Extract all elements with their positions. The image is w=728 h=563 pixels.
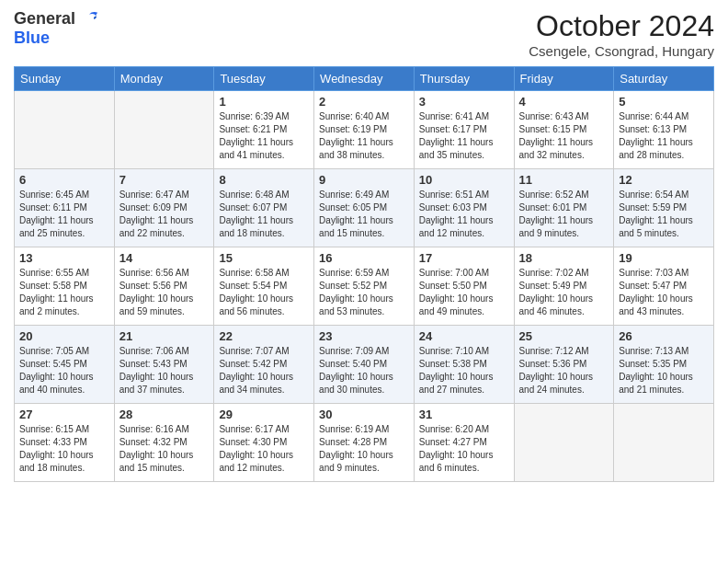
day-number: 24: [419, 329, 509, 343]
day-info: Sunrise: 6:49 AM Sunset: 6:05 PM Dayligh…: [319, 189, 409, 240]
table-row: 9Sunrise: 6:49 AM Sunset: 6:05 PM Daylig…: [314, 169, 415, 247]
table-row: 27Sunrise: 6:15 AM Sunset: 4:33 PM Dayli…: [15, 404, 115, 482]
day-info: Sunrise: 7:07 AM Sunset: 5:42 PM Dayligh…: [219, 345, 309, 396]
day-number: 14: [119, 251, 210, 265]
day-number: 18: [519, 251, 609, 265]
table-row: [114, 91, 214, 169]
table-row: 1Sunrise: 6:39 AM Sunset: 6:21 PM Daylig…: [214, 91, 314, 169]
table-row: 7Sunrise: 6:47 AM Sunset: 6:09 PM Daylig…: [114, 169, 214, 247]
day-number: 20: [19, 329, 109, 343]
day-number: 22: [219, 329, 309, 343]
day-info: Sunrise: 7:03 AM Sunset: 5:47 PM Dayligh…: [619, 267, 709, 318]
calendar-table: Sunday Monday Tuesday Wednesday Thursday…: [14, 66, 714, 482]
table-row: 18Sunrise: 7:02 AM Sunset: 5:49 PM Dayli…: [514, 247, 614, 326]
table-row: 31Sunrise: 6:20 AM Sunset: 4:27 PM Dayli…: [414, 404, 514, 482]
day-number: 23: [319, 329, 409, 343]
calendar-week-row: 27Sunrise: 6:15 AM Sunset: 4:33 PM Dayli…: [15, 404, 714, 482]
col-wednesday: Wednesday: [314, 67, 415, 91]
table-row: 16Sunrise: 6:59 AM Sunset: 5:52 PM Dayli…: [314, 247, 415, 326]
day-number: 3: [419, 95, 509, 109]
table-row: 5Sunrise: 6:44 AM Sunset: 6:13 PM Daylig…: [614, 91, 714, 169]
day-info: Sunrise: 6:45 AM Sunset: 6:11 PM Dayligh…: [19, 189, 109, 240]
day-info: Sunrise: 7:12 AM Sunset: 5:36 PM Dayligh…: [519, 345, 609, 396]
table-row: 14Sunrise: 6:56 AM Sunset: 5:56 PM Dayli…: [114, 247, 214, 326]
table-row: 21Sunrise: 7:06 AM Sunset: 5:43 PM Dayli…: [114, 326, 214, 404]
calendar-week-row: 20Sunrise: 7:05 AM Sunset: 5:45 PM Dayli…: [15, 326, 714, 404]
day-info: Sunrise: 6:47 AM Sunset: 6:09 PM Dayligh…: [119, 189, 210, 240]
table-row: 6Sunrise: 6:45 AM Sunset: 6:11 PM Daylig…: [15, 169, 115, 247]
day-info: Sunrise: 7:00 AM Sunset: 5:50 PM Dayligh…: [419, 267, 509, 318]
day-info: Sunrise: 6:48 AM Sunset: 6:07 PM Dayligh…: [219, 189, 309, 240]
page-header: General Blue October 2024 Csengele, Cson…: [14, 9, 714, 59]
logo-blue-text: Blue: [14, 29, 99, 48]
day-info: Sunrise: 6:44 AM Sunset: 6:13 PM Dayligh…: [619, 110, 709, 162]
month-title: October 2024: [529, 9, 714, 43]
col-friday: Friday: [514, 67, 614, 91]
day-number: 1: [219, 95, 309, 109]
table-row: 8Sunrise: 6:48 AM Sunset: 6:07 PM Daylig…: [214, 169, 314, 247]
day-number: 29: [219, 408, 309, 421]
day-info: Sunrise: 6:43 AM Sunset: 6:15 PM Dayligh…: [519, 110, 609, 162]
title-block: October 2024 Csengele, Csongrad, Hungary: [529, 9, 714, 59]
logo-bird-icon: [79, 9, 99, 29]
day-number: 30: [319, 408, 409, 421]
day-number: 4: [519, 95, 609, 109]
day-info: Sunrise: 6:58 AM Sunset: 5:54 PM Dayligh…: [219, 267, 309, 318]
day-info: Sunrise: 7:09 AM Sunset: 5:40 PM Dayligh…: [319, 345, 409, 396]
day-number: 8: [219, 173, 309, 187]
table-row: [614, 404, 714, 482]
table-row: 17Sunrise: 7:00 AM Sunset: 5:50 PM Dayli…: [414, 247, 514, 326]
day-number: 27: [19, 408, 109, 421]
logo: General Blue: [14, 9, 99, 48]
day-info: Sunrise: 7:10 AM Sunset: 5:38 PM Dayligh…: [419, 345, 509, 396]
table-row: 29Sunrise: 6:17 AM Sunset: 4:30 PM Dayli…: [214, 404, 314, 482]
day-info: Sunrise: 6:56 AM Sunset: 5:56 PM Dayligh…: [119, 267, 210, 318]
table-row: 28Sunrise: 6:16 AM Sunset: 4:32 PM Dayli…: [114, 404, 214, 482]
table-row: 12Sunrise: 6:54 AM Sunset: 5:59 PM Dayli…: [614, 169, 714, 247]
day-number: 21: [119, 329, 210, 343]
table-row: 10Sunrise: 6:51 AM Sunset: 6:03 PM Dayli…: [414, 169, 514, 247]
table-row: 15Sunrise: 6:58 AM Sunset: 5:54 PM Dayli…: [214, 247, 314, 326]
logo-general-text: General: [14, 10, 75, 29]
day-info: Sunrise: 6:59 AM Sunset: 5:52 PM Dayligh…: [319, 267, 409, 318]
day-number: 6: [19, 173, 109, 187]
calendar-week-row: 13Sunrise: 6:55 AM Sunset: 5:58 PM Dayli…: [15, 247, 714, 326]
day-number: 16: [319, 251, 409, 265]
day-number: 5: [619, 95, 709, 109]
day-info: Sunrise: 7:02 AM Sunset: 5:49 PM Dayligh…: [519, 267, 609, 318]
table-row: [15, 91, 115, 169]
col-thursday: Thursday: [414, 67, 514, 91]
day-info: Sunrise: 6:52 AM Sunset: 6:01 PM Dayligh…: [519, 189, 609, 240]
table-row: 20Sunrise: 7:05 AM Sunset: 5:45 PM Dayli…: [15, 326, 115, 404]
day-number: 9: [319, 173, 409, 187]
table-row: 11Sunrise: 6:52 AM Sunset: 6:01 PM Dayli…: [514, 169, 614, 247]
day-info: Sunrise: 6:51 AM Sunset: 6:03 PM Dayligh…: [419, 189, 509, 240]
day-number: 13: [19, 251, 109, 265]
calendar-week-row: 6Sunrise: 6:45 AM Sunset: 6:11 PM Daylig…: [15, 169, 714, 247]
day-number: 26: [619, 329, 709, 343]
table-row: 24Sunrise: 7:10 AM Sunset: 5:38 PM Dayli…: [414, 326, 514, 404]
day-info: Sunrise: 6:54 AM Sunset: 5:59 PM Dayligh…: [619, 189, 709, 240]
table-row: 13Sunrise: 6:55 AM Sunset: 5:58 PM Dayli…: [15, 247, 115, 326]
day-info: Sunrise: 7:13 AM Sunset: 5:35 PM Dayligh…: [619, 345, 709, 396]
table-row: 22Sunrise: 7:07 AM Sunset: 5:42 PM Dayli…: [214, 326, 314, 404]
col-sunday: Sunday: [15, 67, 115, 91]
day-info: Sunrise: 6:40 AM Sunset: 6:19 PM Dayligh…: [319, 110, 409, 162]
day-number: 15: [219, 251, 309, 265]
calendar-week-row: 1Sunrise: 6:39 AM Sunset: 6:21 PM Daylig…: [15, 91, 714, 169]
table-row: 3Sunrise: 6:41 AM Sunset: 6:17 PM Daylig…: [414, 91, 514, 169]
day-info: Sunrise: 6:41 AM Sunset: 6:17 PM Dayligh…: [419, 110, 509, 162]
col-tuesday: Tuesday: [214, 67, 314, 91]
day-number: 25: [519, 329, 609, 343]
day-info: Sunrise: 6:39 AM Sunset: 6:21 PM Dayligh…: [219, 110, 309, 162]
day-info: Sunrise: 6:15 AM Sunset: 4:33 PM Dayligh…: [19, 423, 109, 475]
day-number: 28: [119, 408, 210, 421]
day-info: Sunrise: 6:20 AM Sunset: 4:27 PM Dayligh…: [419, 423, 509, 475]
table-row: 26Sunrise: 7:13 AM Sunset: 5:35 PM Dayli…: [614, 326, 714, 404]
calendar-header-row: Sunday Monday Tuesday Wednesday Thursday…: [15, 67, 714, 91]
day-info: Sunrise: 6:19 AM Sunset: 4:28 PM Dayligh…: [319, 423, 409, 475]
day-info: Sunrise: 6:55 AM Sunset: 5:58 PM Dayligh…: [19, 267, 109, 318]
day-number: 31: [419, 408, 509, 421]
col-saturday: Saturday: [614, 67, 714, 91]
day-info: Sunrise: 7:06 AM Sunset: 5:43 PM Dayligh…: [119, 345, 210, 396]
